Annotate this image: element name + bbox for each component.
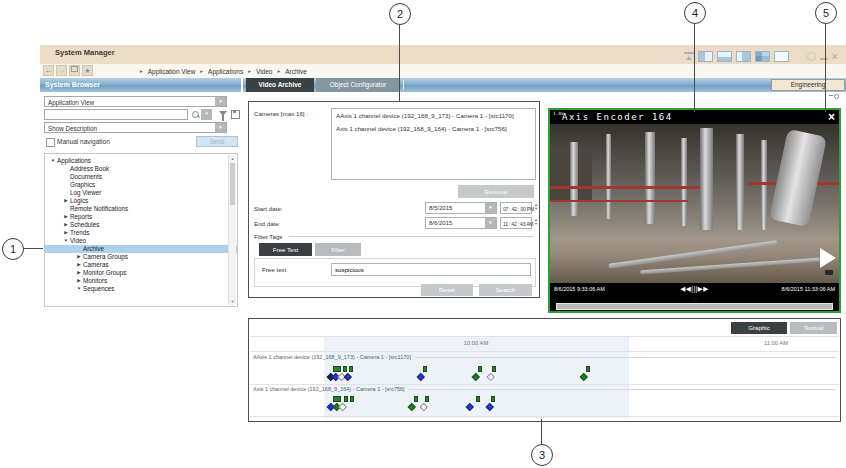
breadcrumb-item-application-view[interactable]: Application View [148,68,196,75]
free-text-input[interactable] [331,263,531,276]
recording-segment[interactable] [414,396,418,402]
timeline-panel: Graphic Textual 10:00 AM11:00 AMAAxis 1 … [248,318,841,422]
chevron-down-icon[interactable]: ▼ [215,97,226,106]
video-frame [550,124,839,283]
tab-free-text[interactable]: Free Text [259,243,312,256]
manual-navigation-checkbox[interactable] [46,138,55,147]
start-time-field[interactable]: 07 : 42 : 00 PM [500,202,532,214]
scroll-down-icon[interactable]: ▼ [229,299,236,304]
chevron-down-icon[interactable]: ▼ [215,123,226,132]
detach-window-button[interactable] [69,65,80,76]
calendar-dropdown-icon[interactable]: ▼ [485,203,496,213]
tree-item-remote-notifications[interactable]: Remote Notifications [45,205,237,213]
end-date-field[interactable]: 8/6/2015 ▼ [425,217,497,229]
collapse-toolbar-icon[interactable] [684,52,694,61]
tree-item-sequences[interactable]: ▼Sequences [45,285,237,293]
layout-quad-pane-icon[interactable] [755,51,770,62]
recording-segment[interactable] [492,366,496,372]
tree-item-documents[interactable]: Documents [45,173,237,181]
end-time-spinner[interactable]: ▲▼ [533,218,539,226]
tree-item-cameras[interactable]: ▶Cameras [45,261,237,269]
close-window-icon[interactable]: × [832,52,838,61]
tree-item-schedules[interactable]: ▶Schedules [45,221,237,229]
search-icon[interactable] [192,111,199,118]
engineering-button[interactable]: Engineering [771,79,845,91]
pin-icon[interactable] [829,94,839,98]
cameras-listbox[interactable]: AAxis 1 channel device (192_168_9_173) -… [331,108,536,180]
camera-list-item[interactable]: Axis 1 channel device (192_168_9_164) - … [332,122,535,135]
recording-segment[interactable] [333,366,341,372]
recording-segment[interactable] [423,366,427,372]
recording-segment[interactable] [343,366,347,372]
save-icon[interactable] [231,110,240,119]
remove-button[interactable]: Remove [458,185,534,198]
tree-item-graphics[interactable]: Graphics [45,181,237,189]
recording-segment[interactable] [586,366,590,372]
forward-button[interactable]: → [56,65,67,76]
search-dropdown-icon[interactable]: ▼ [201,109,212,120]
callout-4: 4 [684,2,706,24]
textual-button[interactable]: Textual [790,322,837,334]
tree-item-camera-groups[interactable]: ▶Camera Groups [45,253,237,261]
minimize-icon[interactable] [820,58,828,60]
favorites-button[interactable]: ★ [82,65,93,76]
jog-controls[interactable]: ◀◀|||▶▶ [680,285,709,293]
back-button[interactable]: ← [43,65,54,76]
tree-item-archive[interactable]: Archive [45,245,237,253]
seek-thumb-icon[interactable] [691,298,699,303]
filter-icon[interactable] [219,111,227,116]
breadcrumb-item-archive[interactable]: Archive [285,68,307,75]
scrollbar-thumb[interactable] [230,163,235,205]
recording-segment[interactable] [344,396,348,402]
calendar-dropdown-icon[interactable]: ▼ [485,218,496,228]
tab-filter[interactable]: Filter [315,243,361,256]
display-mode-selector[interactable]: Show Description ▼ [44,122,227,133]
breadcrumb-item-applications[interactable]: Applications [208,68,243,75]
timeline-row-label-text: AAxis 1 channel device (192_168_9_173) -… [253,354,411,360]
recording-segment[interactable] [478,366,482,372]
start-date-field[interactable]: 8/5/2015 ▼ [425,202,497,214]
callout-line-4 [694,24,695,112]
layout-bottom-pane-icon[interactable] [717,51,732,62]
graphic-button[interactable]: Graphic [731,322,787,334]
search-input[interactable] [44,109,188,120]
scroll-up-icon[interactable]: ▲ [229,156,236,161]
scene-pipe [736,134,744,230]
reset-button[interactable]: Reset [421,284,473,296]
tree-item-address-book[interactable]: Address Book [45,165,237,173]
search-button[interactable]: Search [479,284,532,296]
recording-segment[interactable] [350,396,354,402]
recording-segment[interactable] [333,396,341,402]
play-icon[interactable] [820,248,836,268]
recording-segment[interactable] [425,396,429,402]
tree-item-monitors[interactable]: ▶Monitors [45,277,237,285]
seek-track[interactable] [556,303,833,310]
tree-item-video[interactable]: ▼Video [45,237,237,245]
start-time-spinner[interactable]: ▲▼ [533,203,539,211]
system-browser-title: System Browser [45,81,100,88]
tree-scrollbar[interactable]: ▲ ▼ [228,155,236,305]
tab-object-configurator[interactable]: Object Configurator [316,78,400,92]
tree-item-log-viewer[interactable]: Log Viewer [45,189,237,197]
tab-video-archive[interactable]: Video Archive [246,78,314,92]
layout-two-pane-icon[interactable] [698,51,713,62]
recording-segment[interactable] [349,366,353,372]
close-video-icon[interactable]: × [828,110,835,124]
tree-item-applications[interactable]: ▼Applications [45,157,237,165]
camera-list-item[interactable]: AAxis 1 channel device (192_168_9_173) -… [332,109,535,122]
recording-segment[interactable] [491,396,495,402]
tree-item-reports[interactable]: ▶Reports [45,213,237,221]
send-button[interactable]: Send [196,136,238,147]
breadcrumb-item-video[interactable]: Video [256,68,273,75]
callout-line-1 [24,248,43,249]
tree-item-logics[interactable]: ▶Logics [45,197,237,205]
layout-single-pane-icon[interactable] [774,51,789,62]
tree-item-label: Reports [70,213,92,221]
layout-right-pane-icon[interactable] [736,51,751,62]
timeline-row-rule [409,389,836,390]
view-selector[interactable]: Application View ▼ [44,96,227,107]
recording-segment[interactable] [476,396,480,402]
tree-item-monitor-groups[interactable]: ▶Monitor Groups [45,269,237,277]
tree-item-trends[interactable]: ▶Trends [45,229,237,237]
end-time-field[interactable]: 11 : 42 : 43 AM [500,217,532,229]
